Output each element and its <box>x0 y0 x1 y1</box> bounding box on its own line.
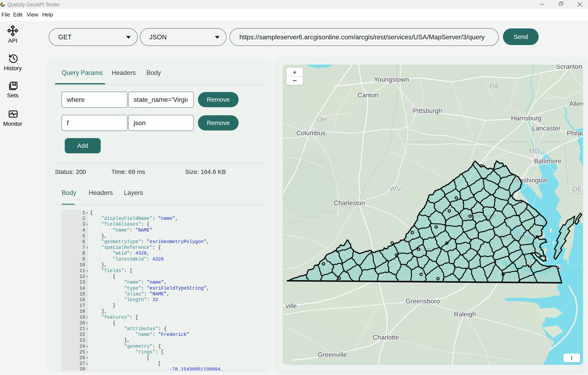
svg-text:Philadelphia: Philadelphia <box>567 130 583 137</box>
svg-text:Greensboro: Greensboro <box>406 298 440 305</box>
svg-text:Charlotte: Charlotte <box>373 334 399 341</box>
svg-text:Baltimore: Baltimore <box>534 157 561 165</box>
svg-text:Harrisburg: Harrisburg <box>511 114 541 122</box>
svg-text:Charleston: Charleston <box>334 199 365 207</box>
svg-text:Canton: Canton <box>357 91 378 99</box>
svg-text:OH: OH <box>316 115 327 123</box>
svg-text:PA: PA <box>490 82 498 90</box>
svg-text:Raleigh: Raleigh <box>454 310 476 318</box>
svg-text:WV: WV <box>390 185 401 192</box>
svg-text:ville: ville <box>286 302 297 309</box>
svg-text:Allentown: Allentown <box>569 100 583 107</box>
svg-text:MD: MD <box>529 147 540 155</box>
svg-text:Lancaster: Lancaster <box>532 124 560 132</box>
svg-text:Scranton: Scranton <box>556 65 582 70</box>
svg-text:DE: DE <box>572 185 582 193</box>
svg-text:Columbus: Columbus <box>296 129 326 137</box>
svg-text:Greenville: Greenville <box>318 351 347 358</box>
svg-text:Youngstown: Youngstown <box>374 76 409 83</box>
svg-text:Pittsburgh: Pittsburgh <box>413 107 442 114</box>
